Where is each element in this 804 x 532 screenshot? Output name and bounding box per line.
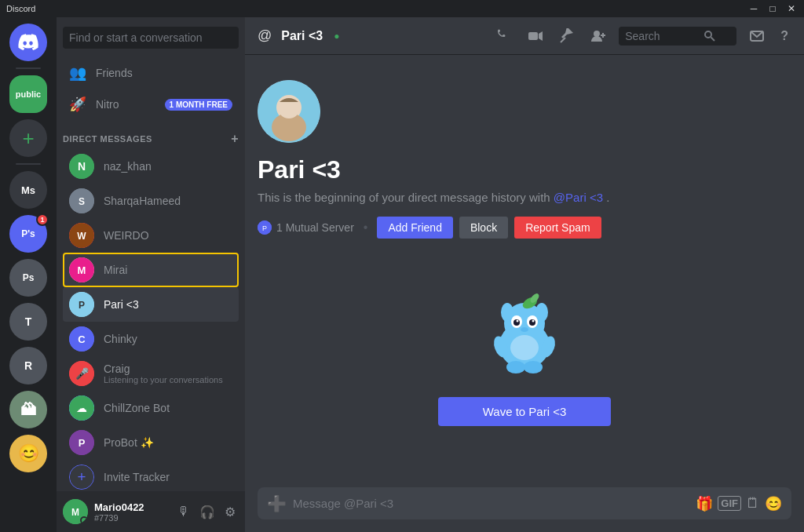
dm-item-weirdo[interactable]: W WEIRDO <box>63 218 239 253</box>
search-input[interactable] <box>63 27 239 49</box>
sidebar-item-ps1[interactable]: P's 1 <box>9 215 47 253</box>
mutual-server-icon: P <box>258 220 272 235</box>
svg-text:P: P <box>79 300 85 311</box>
search-input-header[interactable] <box>625 30 704 42</box>
dm-item-probot[interactable]: P ProBot ✨ <box>63 425 239 460</box>
sidebar-item-emoji[interactable]: 😊 <box>9 435 47 472</box>
dm-section-header: DIRECT MESSAGES + <box>57 119 245 149</box>
user-tag: #7739 <box>94 513 168 523</box>
sidebar-item-landscape[interactable]: 🏔 <box>9 391 47 428</box>
search-bar[interactable] <box>619 27 736 46</box>
microphone-button[interactable]: 🎙 <box>174 501 193 523</box>
nitro-badge: 1 MONTH FREE <box>165 99 232 111</box>
gif-button[interactable]: GIF <box>718 496 741 511</box>
block-button[interactable]: Block <box>459 217 508 239</box>
mascot-image <box>481 282 568 384</box>
dm-list: N naz_khan S SharqaHameed W WEIRDO <box>57 149 245 491</box>
gift-button[interactable]: 🎁 <box>696 495 713 512</box>
video-button[interactable] <box>524 25 546 47</box>
svg-point-51 <box>524 361 543 373</box>
dm-name-craig: Craig <box>104 363 223 375</box>
titlebar-controls: ─ □ ✕ <box>747 3 798 14</box>
user-avatar: M <box>63 499 88 524</box>
restore-button[interactable]: □ <box>766 3 779 14</box>
server-divider-2 <box>16 163 41 165</box>
add-attachment-button[interactable]: ➕ <box>267 488 287 519</box>
report-spam-button[interactable]: Report Spam <box>514 217 601 239</box>
friends-nav-item[interactable]: 👥 Friends <box>63 58 239 88</box>
add-friend-header-button[interactable] <box>587 25 609 47</box>
profile-description: This is the beginning of your direct mes… <box>258 191 609 204</box>
nitro-nav-item[interactable]: 🚀 Nitro 1 MONTH FREE <box>63 89 239 119</box>
dm-item-mirai[interactable]: M Mirai <box>63 253 239 287</box>
dm-item-craig[interactable]: 🎤 Craig Listening to your conversations <box>63 356 239 391</box>
dm-item-sharqa[interactable]: S SharqaHameed <box>63 184 239 218</box>
headphones-button[interactable]: 🎧 <box>196 501 218 523</box>
svg-point-28 <box>705 31 711 38</box>
dm-subtitle-craig: Listening to your conversations <box>104 375 223 384</box>
svg-text:☁: ☁ <box>76 402 87 414</box>
dm-name-chillzone: ChillZone Bot <box>104 402 170 414</box>
discord-home-button[interactable] <box>9 24 47 61</box>
dm-item-chinky[interactable]: C Chinky <box>63 322 239 356</box>
pin-button[interactable] <box>556 25 578 47</box>
svg-point-50 <box>506 361 525 373</box>
add-friend-button[interactable]: Add Friend <box>377 217 452 239</box>
notification-badge: 1 <box>36 213 49 226</box>
profile-avatar-large <box>258 80 320 143</box>
svg-text:P: P <box>79 437 86 449</box>
dm-name-weirdo: WEIRDO <box>104 229 149 242</box>
avatar-probot: P <box>69 430 94 455</box>
dm-item-pari[interactable]: P Pari <3 <box>63 287 239 322</box>
settings-button[interactable]: ⚙ <box>221 501 239 523</box>
call-button[interactable] <box>493 25 515 47</box>
sidebar-item-r[interactable]: R <box>9 347 47 384</box>
sidebar-item-public[interactable]: public <box>9 75 47 113</box>
profile-section: Pari <3 This is the beginning of your di… <box>258 67 791 267</box>
dm-name-naz-khan: naz_khan <box>104 160 152 173</box>
dm-item-naz-khan[interactable]: N naz_khan <box>63 149 239 184</box>
svg-text:M: M <box>78 264 86 276</box>
main-content: @ Pari <3 ● ? <box>245 17 804 532</box>
dm-item-chillzone[interactable]: ☁ ChillZone Bot <box>63 391 239 425</box>
at-symbol: @ <box>258 27 272 44</box>
server-list: public + Ms P's 1 Ps T R 🏔 😊 <box>0 17 57 532</box>
wave-button[interactable]: Wave to Pari <3 <box>438 397 611 426</box>
svg-point-45 <box>521 327 528 332</box>
avatar-mirai: M <box>69 257 94 282</box>
svg-point-44 <box>532 320 535 322</box>
emoji-button[interactable]: 😊 <box>765 495 782 512</box>
titlebar: Discord ─ □ ✕ <box>0 0 804 17</box>
profile-actions: P 1 Mutual Server • Add Friend Block Rep… <box>258 217 601 239</box>
username: Mario0422 <box>94 501 168 513</box>
sticker-button[interactable]: 🗒 <box>746 495 760 512</box>
message-input-area: ➕ 🎁 GIF 🗒 😊 <box>245 487 804 532</box>
svg-marker-23 <box>539 31 543 41</box>
sidebar-item-t[interactable]: T <box>9 303 47 341</box>
dm-sidebar: 👥 Friends 🚀 Nitro 1 MONTH FREE DIRECT ME… <box>57 17 245 532</box>
add-server-button[interactable]: + <box>9 119 47 157</box>
avatar-pari: P <box>69 292 94 317</box>
message-input[interactable] <box>293 487 689 519</box>
sidebar-item-ps2[interactable]: Ps <box>9 259 47 297</box>
close-button[interactable]: ✕ <box>785 3 798 14</box>
inbox-button[interactable] <box>746 25 768 47</box>
dm-name-mirai: Mirai <box>104 264 127 276</box>
svg-point-46 <box>501 303 513 322</box>
titlebar-title: Discord <box>6 4 35 13</box>
mention-text: @Pari <3 <box>554 191 603 204</box>
svg-text:C: C <box>78 333 86 345</box>
user-area: M Mario0422 #7739 🎙 🎧 ⚙ <box>57 491 245 532</box>
dm-name-probot: ProBot ✨ <box>104 436 154 449</box>
dot-separator: • <box>364 220 368 235</box>
friends-label: Friends <box>96 67 133 79</box>
help-button[interactable]: ? <box>777 26 791 46</box>
friends-icon: 👥 <box>69 64 86 82</box>
minimize-button[interactable]: ─ <box>747 3 760 14</box>
user-info: Mario0422 #7739 <box>94 501 168 523</box>
sidebar-item-ms[interactable]: Ms <box>9 171 47 209</box>
message-input-actions: 🎁 GIF 🗒 😊 <box>696 495 782 512</box>
dm-nav: 👥 Friends 🚀 Nitro 1 MONTH FREE <box>57 58 245 119</box>
dm-item-invite-tracker[interactable]: + Invite Tracker <box>63 460 239 491</box>
add-dm-button[interactable]: + <box>231 132 239 146</box>
